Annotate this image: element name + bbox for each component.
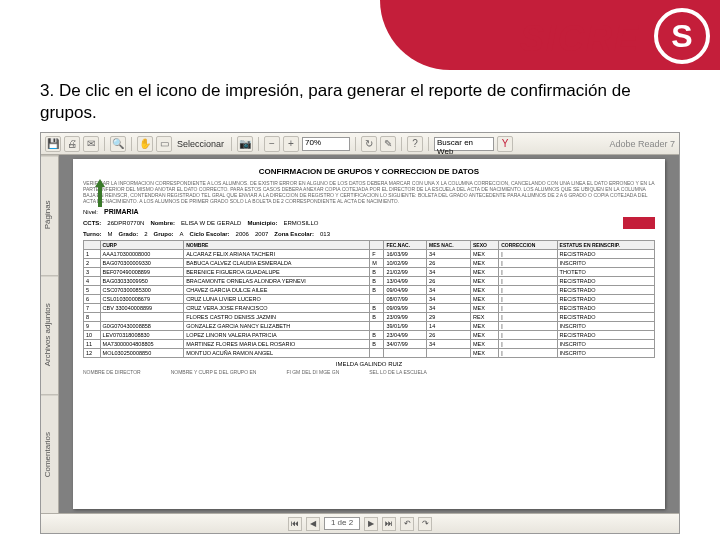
cell: ALCARAZ FELIX ARIANA TACHERI: [184, 250, 370, 259]
cell: 39/01/99: [384, 322, 427, 331]
col-header: CURP: [100, 241, 184, 250]
pager-bar: ⏮ ◀ 1 de 2 ▶ ⏭ ↶ ↷: [41, 513, 679, 533]
document-viewport[interactable]: CONFIRMACION DE GRUPOS Y CORRECCION DE D…: [59, 155, 679, 513]
save-icon[interactable]: 💾: [45, 136, 61, 152]
cell: CRUZ VERA JOSE FRANCISCO: [184, 304, 370, 313]
cell: MEX: [471, 250, 499, 259]
cell: GONZALEZ GARCIA NANCY ELIZABETH: [184, 322, 370, 331]
cell: FLORES CASTRO DENISS JAZMIN: [184, 313, 370, 322]
zoom-out-icon[interactable]: −: [264, 136, 280, 152]
cell: INSCRITO: [557, 322, 654, 331]
ciclo-value1: 2006: [236, 231, 249, 237]
sign-icon[interactable]: ✎: [380, 136, 396, 152]
tab-comments[interactable]: Comentarios: [41, 394, 58, 513]
zoom-select[interactable]: 70%: [302, 137, 350, 151]
cell: G0G070430008858: [100, 322, 184, 331]
cell: B: [370, 313, 384, 322]
help-icon[interactable]: ?: [407, 136, 423, 152]
cell: B: [370, 286, 384, 295]
turno-label: Turno:: [83, 231, 102, 237]
separator: [131, 137, 132, 151]
cell: MEX: [471, 349, 499, 358]
cell: 34: [427, 304, 471, 313]
separator: [231, 137, 232, 151]
cell: [370, 322, 384, 331]
cell: CSL010300008679: [100, 295, 184, 304]
cell: 08/07/99: [384, 295, 427, 304]
doc-title: CONFIRMACION DE GRUPOS Y CORRECCION DE D…: [83, 167, 655, 176]
cell: 4: [84, 277, 101, 286]
grupo-value: A: [180, 231, 184, 237]
cell: BRACAMONTE ORNELAS ALONDRA YERNEVI: [184, 277, 370, 286]
cell: 5: [84, 286, 101, 295]
cell: 23/04/99: [384, 331, 427, 340]
cell: 26: [427, 259, 471, 268]
web-search-input[interactable]: Buscar en Web: [434, 137, 494, 151]
pdf-reader: 💾 🖨 ✉ 🔍 ✋ ▭ Seleccionar 📷 − + 70% ↻ ✎ ? …: [40, 132, 680, 534]
cell: MEX: [471, 277, 499, 286]
footer-col3: FI GM DEL DI MGE GN: [286, 369, 339, 375]
tab-attachments[interactable]: Archivos adjuntos: [41, 275, 58, 394]
cell: MEX: [471, 268, 499, 277]
separator: [258, 137, 259, 151]
cell: [427, 349, 471, 358]
cell: [384, 349, 427, 358]
first-page-icon[interactable]: ⏮: [288, 517, 302, 531]
cell: MEX: [471, 340, 499, 349]
col-header: NOMBRE: [184, 241, 370, 250]
cell: THOTETO: [557, 268, 654, 277]
cell: 26: [427, 331, 471, 340]
cell: AAA170300008000: [100, 250, 184, 259]
table-row: 5CSC070300085300CHAVEZ GARCIA DULCE AILE…: [84, 286, 655, 295]
cell: 3: [84, 268, 101, 277]
rotate-icon[interactable]: ↻: [361, 136, 377, 152]
document-page: CONFIRMACION DE GRUPOS Y CORRECCION DE D…: [73, 159, 665, 509]
select-icon[interactable]: ▭: [156, 136, 172, 152]
table-row: 7CBV 330040008899CRUZ VERA JOSE FRANCISC…: [84, 304, 655, 313]
cell: 1: [84, 250, 101, 259]
ciclo-value2: 2007: [255, 231, 268, 237]
zona-label: Zona Escolar:: [274, 231, 314, 237]
cell: 14: [427, 322, 471, 331]
tab-pages[interactable]: Páginas: [41, 155, 58, 274]
col-header: CORRECCION: [499, 241, 557, 250]
table-row: 3BEF070490008899BERENICE FIGUEROA GUADAL…: [84, 268, 655, 277]
cell: 8: [84, 313, 101, 322]
cell: |: [499, 304, 557, 313]
cell: MONTIJO ACUÑA RAMON ANGEL: [184, 349, 370, 358]
footer-col4: SEL LO DE LA ESCUELA: [369, 369, 427, 375]
cell: |: [499, 286, 557, 295]
nombre-value: ELISA W DE GERALD: [181, 220, 241, 226]
cell: 26: [427, 277, 471, 286]
cell: |: [499, 277, 557, 286]
prev-page-icon[interactable]: ◀: [306, 517, 320, 531]
cell: CBV 330040008899: [100, 304, 184, 313]
hand-icon[interactable]: ✋: [137, 136, 153, 152]
last-page-icon[interactable]: ⏭: [382, 517, 396, 531]
cell: B: [370, 277, 384, 286]
mail-icon[interactable]: ✉: [83, 136, 99, 152]
cell: 34: [427, 250, 471, 259]
next-page-icon[interactable]: ▶: [364, 517, 378, 531]
cell: MEX: [471, 286, 499, 295]
brand-badge: S: [654, 8, 710, 64]
cell: BEF070490008899: [100, 268, 184, 277]
search-icon[interactable]: 🔍: [110, 136, 126, 152]
yahoo-icon[interactable]: Y: [497, 136, 513, 152]
back-icon[interactable]: ↶: [400, 517, 414, 531]
forward-icon[interactable]: ↷: [418, 517, 432, 531]
select-label: Seleccionar: [175, 139, 226, 149]
snapshot-icon[interactable]: 📷: [237, 136, 253, 152]
cell: |: [499, 313, 557, 322]
cell: INSCRITO: [557, 349, 654, 358]
nivel-label: Nivel:: [83, 209, 98, 215]
page-field[interactable]: 1 de 2: [324, 517, 360, 530]
cell: |: [499, 295, 557, 304]
print-icon[interactable]: 🖨: [64, 136, 80, 152]
cell: 11: [84, 340, 101, 349]
table-row: 6CSL010300008679CRUZ LUNA LIVIER LUCERO0…: [84, 295, 655, 304]
cell: INSCRITO: [557, 340, 654, 349]
zoom-in-icon[interactable]: +: [283, 136, 299, 152]
table-row: 4BAG03033009950BRACAMONTE ORNELAS ALONDR…: [84, 277, 655, 286]
footer-col1: NOMBRE DE DIRECTOR: [83, 369, 141, 375]
